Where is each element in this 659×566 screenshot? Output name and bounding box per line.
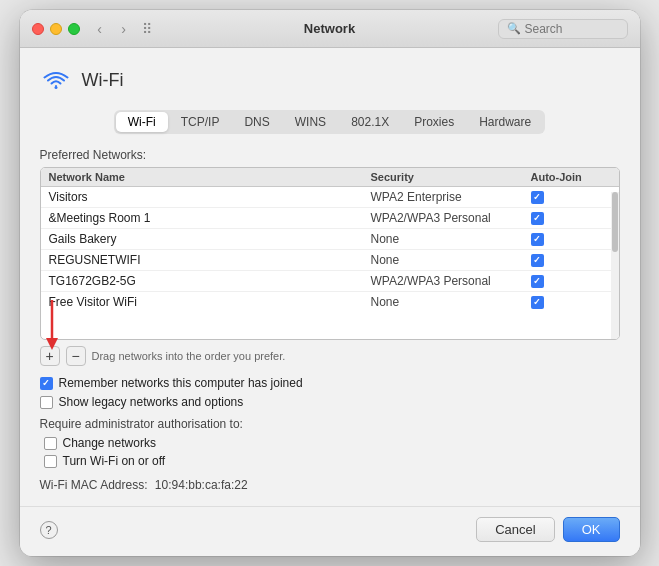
table-body: Visitors WPA2 Enterprise &Meetings Room … xyxy=(41,187,619,339)
search-box[interactable]: 🔍 xyxy=(498,19,628,39)
ok-button[interactable]: OK xyxy=(563,517,620,542)
mac-address-value: 10:94:bb:ca:fa:22 xyxy=(155,478,248,492)
networks-table: Network Name Security Auto-Join Visitors… xyxy=(40,167,620,340)
wifi-header: Wi-Fi xyxy=(40,64,620,96)
change-networks-checkbox[interactable] xyxy=(44,437,57,450)
col-security: Security xyxy=(371,171,531,183)
tab-wins[interactable]: WINS xyxy=(283,112,338,132)
admin-section: Require administrator authorisation to: … xyxy=(40,417,620,468)
back-button[interactable]: ‹ xyxy=(90,19,110,39)
grid-icon: ⠿ xyxy=(142,21,152,37)
maximize-button[interactable] xyxy=(68,23,80,35)
change-networks-row: Change networks xyxy=(44,436,620,450)
table-row[interactable]: TG1672GB2-5G WPA2/WPA3 Personal xyxy=(41,271,619,292)
mac-address-label: Wi-Fi MAC Address: xyxy=(40,478,148,492)
tab-dns[interactable]: DNS xyxy=(232,112,281,132)
arrow-annotation xyxy=(38,298,68,353)
turn-wifi-checkbox[interactable] xyxy=(44,455,57,468)
col-network-name: Network Name xyxy=(49,171,371,183)
tab-8021x[interactable]: 802.1X xyxy=(339,112,401,132)
change-networks-label: Change networks xyxy=(63,436,156,450)
show-legacy-row: Show legacy networks and options xyxy=(40,395,620,409)
show-legacy-label: Show legacy networks and options xyxy=(59,395,244,409)
table-actions: + − Drag networks into the order you pre… xyxy=(40,346,620,366)
tab-proxies[interactable]: Proxies xyxy=(402,112,466,132)
window-title: Network xyxy=(304,21,355,36)
turn-wifi-row: Turn Wi-Fi on or off xyxy=(44,454,620,468)
nav-buttons: ‹ › xyxy=(90,19,134,39)
remember-networks-label: Remember networks this computer has join… xyxy=(59,376,303,390)
table-header: Network Name Security Auto-Join xyxy=(41,168,619,187)
footer: ? Cancel OK xyxy=(20,506,640,556)
table-row[interactable]: Visitors WPA2 Enterprise xyxy=(41,187,619,208)
tabs-inner: Wi-Fi TCP/IP DNS WINS 802.1X Proxies Har… xyxy=(114,110,545,134)
wifi-icon xyxy=(40,64,72,96)
minimize-button[interactable] xyxy=(50,23,62,35)
svg-marker-2 xyxy=(46,338,58,350)
network-window: ‹ › ⠿ Network 🔍 Wi-Fi xyxy=(20,10,640,556)
table-row[interactable]: Gails Bakery None xyxy=(41,229,619,250)
wifi-title: Wi-Fi xyxy=(82,70,124,91)
options-section: Remember networks this computer has join… xyxy=(40,376,620,409)
help-button[interactable]: ? xyxy=(40,521,58,539)
remember-networks-row: Remember networks this computer has join… xyxy=(40,376,620,390)
auto-join-checkbox-5[interactable] xyxy=(531,296,611,309)
mac-address-row: Wi-Fi MAC Address: 10:94:bb:ca:fa:22 xyxy=(40,478,620,492)
search-icon: 🔍 xyxy=(507,22,521,35)
turn-wifi-label: Turn Wi-Fi on or off xyxy=(63,454,166,468)
show-legacy-checkbox[interactable] xyxy=(40,396,53,409)
table-row[interactable]: Free Visitor WiFi None xyxy=(41,292,619,312)
auto-join-checkbox-3[interactable] xyxy=(531,254,611,267)
tab-hardware[interactable]: Hardware xyxy=(467,112,543,132)
traffic-lights xyxy=(32,23,80,35)
col-auto-join: Auto-Join xyxy=(531,171,611,183)
content-area: Wi-Fi Wi-Fi TCP/IP DNS WINS 802.1X Proxi… xyxy=(20,48,640,506)
auto-join-checkbox-2[interactable] xyxy=(531,233,611,246)
auto-join-checkbox-1[interactable] xyxy=(531,212,611,225)
forward-button[interactable]: › xyxy=(114,19,134,39)
auto-join-checkbox-4[interactable] xyxy=(531,275,611,288)
auto-join-checkbox-0[interactable] xyxy=(531,191,611,204)
remove-network-button[interactable]: − xyxy=(66,346,86,366)
tab-wifi[interactable]: Wi-Fi xyxy=(116,112,168,132)
remember-networks-checkbox[interactable] xyxy=(40,377,53,390)
titlebar: ‹ › ⠿ Network 🔍 xyxy=(20,10,640,48)
drag-hint: Drag networks into the order you prefer. xyxy=(92,350,286,362)
cancel-button[interactable]: Cancel xyxy=(476,517,554,542)
search-input[interactable] xyxy=(525,22,619,36)
footer-buttons: Cancel OK xyxy=(476,517,619,542)
tabs-bar: Wi-Fi TCP/IP DNS WINS 802.1X Proxies Har… xyxy=(40,110,620,134)
table-row[interactable]: REGUSNETWIFI None xyxy=(41,250,619,271)
tab-tcpip[interactable]: TCP/IP xyxy=(169,112,232,132)
table-row[interactable]: &Meetings Room 1 WPA2/WPA3 Personal xyxy=(41,208,619,229)
close-button[interactable] xyxy=(32,23,44,35)
admin-title: Require administrator authorisation to: xyxy=(40,417,620,431)
svg-point-0 xyxy=(54,86,57,89)
preferred-networks-label: Preferred Networks: xyxy=(40,148,620,162)
